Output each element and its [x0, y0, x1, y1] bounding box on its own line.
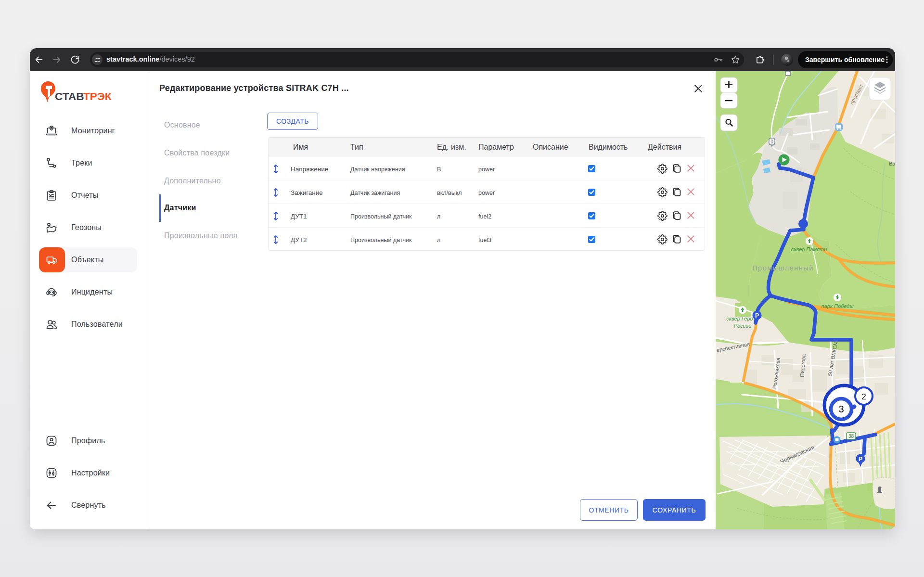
- svg-text:3: 3: [838, 404, 844, 414]
- svg-text:P: P: [859, 456, 862, 462]
- svg-text:2: 2: [861, 392, 866, 401]
- svg-text:Промышленный: Промышленный: [752, 264, 814, 272]
- svg-text:сквер Памяти: сквер Памяти: [791, 246, 827, 252]
- svg-text:ТРЭК: ТРЭК: [83, 90, 112, 103]
- svg-text:0: 0: [770, 139, 773, 144]
- svg-text:России: России: [734, 323, 752, 329]
- svg-text:P: P: [755, 312, 759, 319]
- svg-text:СТАВ: СТАВ: [55, 90, 84, 103]
- svg-text:38: 38: [848, 434, 854, 439]
- svg-text:сквер Геро: сквер Геро: [726, 316, 753, 321]
- svg-text:парк Победы: парк Победы: [821, 303, 854, 309]
- svg-text:Вас: Вас: [889, 161, 895, 167]
